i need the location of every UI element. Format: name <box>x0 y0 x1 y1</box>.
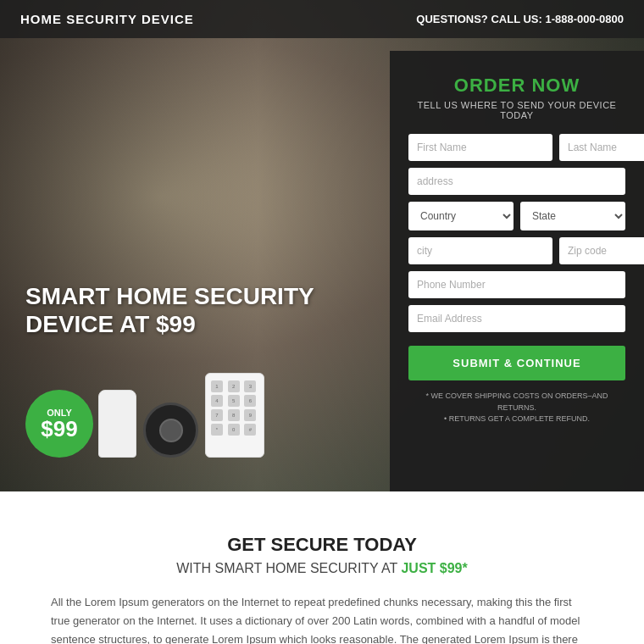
site-logo: HOME SECURITY DEVICE <box>20 12 194 26</box>
email-input[interactable] <box>408 305 625 332</box>
contact-number: 1-888-000-0800 <box>545 13 624 25</box>
city-zip-row <box>408 237 625 264</box>
price-and-devices: ONLY $99 1 2 3 4 5 6 7 8 9 <box>25 373 369 458</box>
bottom-headline: GET SECURE TODAY <box>51 534 593 556</box>
form-disclaimer: * WE COVER SHIPPING COSTS ON ORDERS–AND … <box>408 391 625 425</box>
bottom-body-text: All the Lorem Ipsum generators on the In… <box>51 593 593 644</box>
order-form-subtitle: TELL US WHERE TO SEND YOUR DEVICE TODAY <box>408 100 625 120</box>
devices-image: 1 2 3 4 5 6 7 8 9 * 0 # <box>98 373 264 458</box>
device-camera <box>143 402 198 458</box>
hero-content: SMART HOME SECURITYDEVICE AT $99 ONLY $9… <box>0 0 644 491</box>
price-badge-value: $99 <box>41 418 77 440</box>
bottom-section: GET SECURE TODAY WITH SMART HOME SECURIT… <box>0 491 644 644</box>
name-row <box>408 134 625 161</box>
hero-section: SMART HOME SECURITYDEVICE AT $99 ONLY $9… <box>0 0 644 491</box>
page-header: HOME SECURITY DEVICE QUESTIONS? CALL US:… <box>0 0 644 38</box>
order-form-title: ORDER NOW <box>408 75 625 97</box>
device-hub <box>98 390 136 458</box>
last-name-input[interactable] <box>559 134 644 161</box>
city-input[interactable] <box>408 237 552 264</box>
first-name-input[interactable] <box>408 134 552 161</box>
phone-input[interactable] <box>408 271 625 298</box>
device-keypad: 1 2 3 4 5 6 7 8 9 * 0 # <box>205 373 264 458</box>
bottom-subheadline-prefix: WITH SMART HOME SECURITY AT <box>176 561 401 575</box>
price-badge: ONLY $99 <box>25 390 93 458</box>
address-input[interactable] <box>408 168 625 195</box>
contact-label: QUESTIONS? CALL US: <box>416 13 542 25</box>
bottom-subheadline-highlight: JUST $99* <box>401 561 467 575</box>
hero-headline: SMART HOME SECURITYDEVICE AT $99 <box>25 282 369 339</box>
order-form-panel: ORDER NOW TELL US WHERE TO SEND YOUR DEV… <box>390 51 644 491</box>
contact-info: QUESTIONS? CALL US: 1-888-000-0800 <box>416 13 624 25</box>
submit-button[interactable]: SUBMIT & CONTINUE <box>408 346 625 380</box>
disclaimer-line1: * WE COVER SHIPPING COSTS ON ORDERS–AND … <box>408 391 625 414</box>
country-select[interactable]: Country <box>408 202 514 230</box>
disclaimer-line2: • RETURNS GET A COMPLETE REFUND. <box>408 414 625 425</box>
hero-left-panel: SMART HOME SECURITYDEVICE AT $99 ONLY $9… <box>0 51 390 491</box>
state-select[interactable]: State <box>520 202 625 230</box>
country-state-row: Country State <box>408 202 625 230</box>
zip-input[interactable] <box>559 237 644 264</box>
bottom-subheadline: WITH SMART HOME SECURITY AT JUST $99* <box>51 561 593 576</box>
